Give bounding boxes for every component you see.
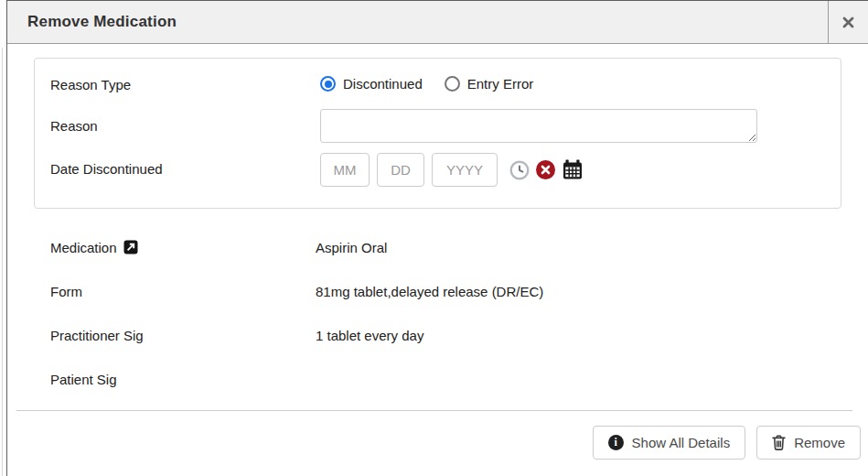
reason-type-label: Reason Type <box>50 77 131 92</box>
clock-icon <box>509 160 530 180</box>
radio-option-discontinued[interactable]: Discontinued <box>320 76 423 92</box>
detail-row-medication: Medication Aspirin Oral <box>50 225 850 269</box>
radio-label-entry-error: Entry Error <box>467 76 534 92</box>
remove-medication-dialog: Remove Medication Reason Type Discontinu… <box>6 0 868 476</box>
show-all-details-label: Show All Details <box>632 435 731 450</box>
clear-icon <box>536 160 555 179</box>
info-icon: i <box>608 435 624 450</box>
practitioner-sig-label: Practitioner Sig <box>50 328 316 343</box>
practitioner-sig-value: 1 tablet every day <box>316 328 423 343</box>
reason-type-radio-group: Discontinued Entry Error <box>320 76 533 92</box>
clear-date-button[interactable] <box>536 160 555 179</box>
detail-row-form: Form 81mg tablet,delayed release (DR/EC) <box>50 269 850 313</box>
detail-row-patient-sig: Patient Sig <box>50 357 850 401</box>
year-input[interactable] <box>432 153 498 187</box>
reason-label: Reason <box>50 118 98 134</box>
calendar-icon <box>562 159 584 180</box>
radio-option-entry-error[interactable]: Entry Error <box>445 76 534 92</box>
day-input[interactable] <box>377 153 424 187</box>
external-link-icon[interactable] <box>123 240 138 254</box>
patient-sig-label: Patient Sig <box>50 372 316 387</box>
date-icon-group <box>509 159 584 180</box>
medication-details-section: Medication Aspirin Oral Form 81mg tablet… <box>50 225 850 401</box>
page-title: Remove Medication <box>7 13 828 31</box>
date-discontinued-label: Date Discontinued <box>50 161 163 177</box>
date-discontinued-group <box>320 153 584 187</box>
footer-divider <box>16 410 852 411</box>
set-current-time-button[interactable] <box>509 160 530 180</box>
remove-button[interactable]: Remove <box>756 426 861 460</box>
remove-label: Remove <box>794 435 845 450</box>
radio-button-entry-error[interactable] <box>445 76 460 92</box>
form-value: 81mg tablet,delayed release (DR/EC) <box>316 284 543 299</box>
dialog-header: Remove Medication <box>7 1 868 44</box>
reason-textarea[interactable] <box>320 109 757 143</box>
footer-button-bar: i Show All Details Remove <box>593 426 861 460</box>
close-icon <box>842 16 854 28</box>
page-background-line <box>2 48 3 476</box>
trash-icon <box>772 435 786 450</box>
medication-value: Aspirin Oral <box>316 240 387 255</box>
form-label: Form <box>50 284 316 299</box>
reason-form-panel: Reason Type Discontinued Entry Error Rea… <box>34 58 841 209</box>
medication-label: Medication <box>50 240 117 255</box>
close-button[interactable] <box>828 1 868 43</box>
open-calendar-button[interactable] <box>562 159 584 180</box>
show-all-details-button[interactable]: i Show All Details <box>593 426 746 460</box>
page-background-edge <box>0 0 6 476</box>
detail-row-practitioner-sig: Practitioner Sig 1 tablet every day <box>50 313 850 357</box>
month-input[interactable] <box>320 153 370 187</box>
radio-label-discontinued: Discontinued <box>343 76 423 92</box>
radio-button-discontinued[interactable] <box>320 76 336 92</box>
